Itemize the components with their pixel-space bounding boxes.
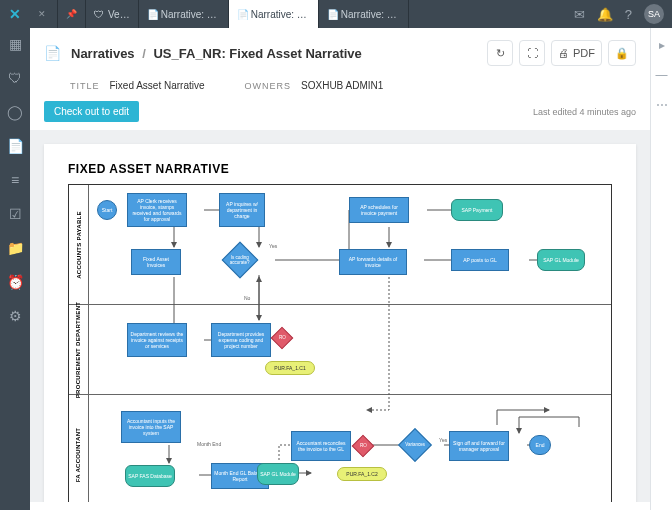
gear-icon[interactable]: ⚙ (5, 306, 25, 326)
tab-narrative-3[interactable]: 📄Narrative: U… (319, 0, 409, 28)
shield-icon[interactable]: 🛡 (5, 68, 25, 88)
file-icon[interactable]: 📄 (5, 136, 25, 156)
mail-icon[interactable]: ✉ (574, 7, 585, 22)
yes-label-1: Yes (269, 243, 277, 249)
lock-button[interactable]: 🔒 (608, 40, 636, 66)
tab-pinned[interactable]: 📌 (58, 0, 86, 28)
crumb-current: US_FA_NR: Fixed Asset Narrative (153, 46, 361, 61)
shield-icon: 🛡 (94, 9, 104, 19)
grid-icon[interactable]: ▦ (5, 34, 25, 54)
lane-label-fa: FA ACCOUNTANT (76, 427, 82, 482)
end-node: End (529, 435, 551, 455)
calendar-icon[interactable]: ☑ (5, 204, 25, 224)
right-rail: ▸ — ⋯ (650, 28, 672, 510)
bell-icon[interactable]: 🔔 (597, 7, 613, 22)
ap-schedules: AP schedules for invoice payment (349, 197, 409, 223)
ap-clerk-receives: AP Clerk receives invoice, stamps receiv… (127, 193, 187, 227)
lane-label-proc: PROCUREMENT DEPARTMENT (76, 301, 82, 398)
sap-payment-db: SAP Payment (451, 199, 503, 221)
avatar[interactable]: SA (644, 4, 664, 24)
start-node: Start (97, 200, 117, 220)
close-icon[interactable]: ✕ (38, 9, 46, 19)
dept-reviews: Department reviews the invoice against r… (127, 323, 187, 357)
sap-fas-db: SAP FAS Database (125, 465, 175, 487)
yes-label-2: Yes (439, 437, 447, 443)
clock-icon[interactable]: ⏰ (5, 272, 25, 292)
control-pill-2: PUR.FA_1.C2 (337, 467, 387, 481)
tab-close-only[interactable]: ✕ (30, 0, 58, 28)
tab-narrative-active[interactable]: 📄Narrative: s… (229, 0, 319, 28)
crumb-root[interactable]: Narratives (71, 46, 135, 61)
month-end-label: Month End (197, 441, 221, 447)
tab-strip: ✕ 📌 🛡Ve… 📄Narrative: U… 📄Narrative: s… 📄… (30, 0, 409, 28)
tab-ve[interactable]: 🛡Ve… (86, 0, 139, 28)
no-label-1: No (244, 295, 250, 301)
ap-forwards: AP forwards details of invoice (339, 249, 407, 275)
pin-icon: 📌 (66, 9, 77, 19)
signoff-forward: Sign off and forward for manager approva… (449, 431, 509, 461)
sap-gl-db-2: SAP GL Module (257, 463, 299, 485)
rail-icon-1[interactable]: ▸ (659, 38, 665, 52)
owners-label: OWNERS (245, 81, 292, 91)
sap-gl-db-1: SAP GL Module (537, 249, 585, 271)
folder-icon[interactable]: 📁 (5, 238, 25, 258)
print-pdf-button[interactable]: 🖨 PDF (551, 40, 602, 66)
refresh-button[interactable]: ↻ (487, 40, 513, 66)
accountant-reconciles: Accountant reconciles the invoice to the… (291, 431, 351, 461)
tab-narrative-1[interactable]: 📄Narrative: U… (139, 0, 229, 28)
dept-provides-coding: Department provides expense coding and p… (211, 323, 271, 357)
left-sidebar: ▦ 🛡 ◯ 📄 ≡ ☑ 📁 ⏰ ⚙ (0, 28, 30, 510)
breadcrumb: Narratives / US_FA_NR: Fixed Asset Narra… (71, 46, 362, 61)
last-edited: Last edited 4 minutes ago (533, 107, 636, 117)
list-icon[interactable]: ≡ (5, 170, 25, 190)
expand-button[interactable]: ⛶ (519, 40, 545, 66)
help-icon[interactable]: ? (625, 7, 632, 22)
flowchart-diagram: ACCOUNTS PAYABLE PROCUREMENT DEPARTMENT … (68, 184, 612, 502)
refresh-icon[interactable]: ◯ (5, 102, 25, 122)
file-icon: 📄 (237, 9, 247, 19)
document-icon: 📄 (44, 45, 61, 61)
doc-title: FIXED ASSET NARRATIVE (68, 162, 612, 176)
title-label: TITLE (70, 81, 100, 91)
rail-icon-2[interactable]: — (656, 68, 668, 82)
app-logo[interactable]: ✕ (0, 0, 30, 28)
owners-value: SOXHUB ADMIN1 (301, 80, 383, 91)
fixed-asset-invoices: Fixed Asset Invoices (131, 249, 181, 275)
file-icon: 📄 (327, 9, 337, 19)
file-icon: 📄 (147, 9, 157, 19)
checkout-button[interactable]: Check out to edit (44, 101, 139, 122)
title-value: Fixed Asset Narrative (110, 80, 205, 91)
rail-icon-3[interactable]: ⋯ (656, 98, 668, 112)
ap-inquires: AP inquires w/ department in charge (219, 193, 265, 227)
control-pill-1: PUR.FA_1.C1 (265, 361, 315, 375)
accountant-inputs: Accountant inputs the invoice into the S… (121, 411, 181, 443)
lane-label-ap: ACCOUNTS PAYABLE (76, 211, 82, 279)
ap-posts-gl: AP posts to GL (451, 249, 509, 271)
